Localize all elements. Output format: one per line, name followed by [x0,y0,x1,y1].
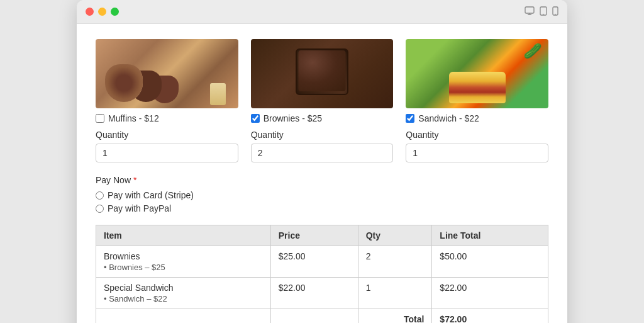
table-cell-total-2: $22.00 [432,278,548,309]
required-star: * [133,175,136,185]
quantity-label-brownies: Quantity [251,130,394,140]
traffic-lights [86,8,119,16]
table-cell-price-2: $22.00 [270,278,358,309]
row-item-sub-1: Brownies – $25 [104,263,263,272]
radio-paypal[interactable] [96,205,104,213]
quantity-label-sandwich: Quantity [406,130,548,140]
product-image-brownies [251,39,394,108]
product-checkbox-row-brownies: Brownies - $25 [251,113,394,123]
col-header-price: Price [270,225,358,246]
radio-stripe[interactable] [96,191,104,200]
product-checkbox-brownies[interactable] [251,114,260,123]
maximize-button[interactable] [111,8,119,16]
radio-label-stripe[interactable]: Pay with Card (Stripe) [108,190,194,200]
col-header-qty: Qty [358,225,432,246]
svg-point-4 [543,13,543,14]
window-controls-right [525,6,558,18]
row-item-name-1: Brownies [104,251,263,261]
monitor-icon[interactable] [525,6,535,17]
quantity-input-brownies[interactable] [251,144,394,162]
table-total-row: Total $72.00 [96,309,548,324]
table-total-amount: $72.00 [432,309,548,324]
quantity-label-muffins: Quantity [96,130,238,140]
product-checkbox-row-sandwich: Sandwich - $22 [406,113,548,123]
table-cell-price-1: $25.00 [270,246,358,278]
radio-label-paypal[interactable]: Pay with PayPal [108,203,171,213]
quantity-input-sandwich[interactable] [406,144,548,162]
pay-now-label: Pay Now * [96,175,548,185]
table-cell-total-1: $50.00 [432,246,548,278]
col-header-item: Item [96,225,271,246]
table-row: Special Sandwich Sandwich – $22 $22.00 1… [96,278,548,309]
product-checkbox-row-muffins: Muffins - $12 [96,113,238,123]
pay-section: Pay Now * Pay with Card (Stripe) Pay wit… [96,175,548,213]
product-card-sandwich: Sandwich - $22 Quantity [406,39,548,162]
row-item-sub-2: Sandwich – $22 [104,294,263,303]
table-cell-item-1: Brownies Brownies – $25 [96,246,271,278]
table-total-spacer-1 [96,309,271,324]
product-card-muffins: Muffins - $12 Quantity [96,39,238,162]
titlebar [77,0,567,24]
product-image-muffins [96,39,238,108]
product-label-sandwich[interactable]: Sandwich - $22 [418,113,479,123]
order-table: Item Price Qty Line Total Brownies Brown… [96,225,548,323]
product-card-brownies: Brownies - $25 Quantity [251,39,394,162]
product-label-brownies[interactable]: Brownies - $25 [264,113,322,123]
tablet-icon[interactable] [540,6,547,18]
table-cell-qty-2: 1 [358,278,432,309]
table-row: Brownies Brownies – $25 $25.00 2 $50.00 [96,246,548,278]
table-cell-item-2: Special Sandwich Sandwich – $22 [96,278,271,309]
app-window: Muffins - $12 Quantity Brownies - $25 Qu… [77,0,567,323]
col-header-line-total: Line Total [432,225,548,246]
quantity-input-muffins[interactable] [96,144,238,162]
radio-row-stripe: Pay with Card (Stripe) [96,190,548,200]
table-total-spacer-2 [270,309,358,324]
product-checkbox-muffins[interactable] [96,114,104,123]
svg-rect-0 [525,7,534,13]
product-label-muffins[interactable]: Muffins - $12 [108,113,159,123]
svg-point-6 [555,13,555,14]
radio-row-paypal: Pay with PayPal [96,203,548,213]
table-header-row: Item Price Qty Line Total [96,225,548,246]
products-grid: Muffins - $12 Quantity Brownies - $25 Qu… [96,39,548,162]
close-button[interactable] [86,8,94,16]
row-item-name-2: Special Sandwich [104,283,263,293]
table-total-label: Total [358,309,432,324]
product-image-sandwich [406,39,548,108]
pay-now-text: Pay Now [96,175,131,185]
product-checkbox-sandwich[interactable] [406,114,414,123]
table-cell-qty-1: 2 [358,246,432,278]
phone-icon[interactable] [552,6,558,18]
minimize-button[interactable] [98,8,106,16]
main-content: Muffins - $12 Quantity Brownies - $25 Qu… [77,24,567,323]
